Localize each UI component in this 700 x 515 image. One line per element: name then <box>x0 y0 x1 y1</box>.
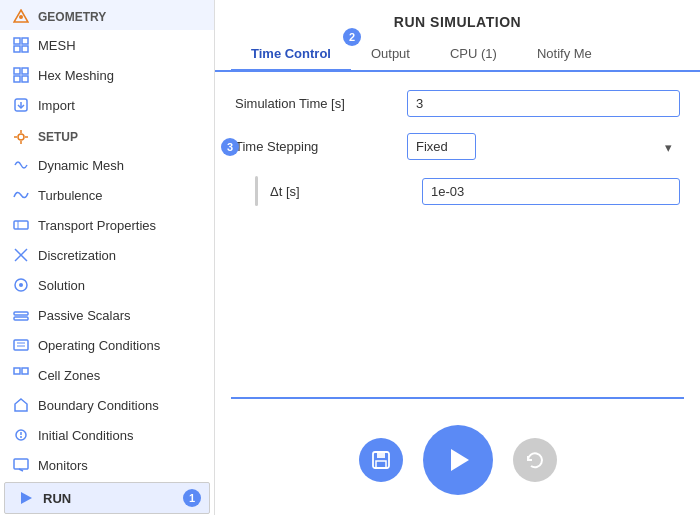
reset-button[interactable] <box>513 438 557 482</box>
sidebar-item-solution[interactable]: Solution <box>0 270 214 300</box>
delta-t-label: Δt [s] <box>270 184 410 199</box>
sidebar-initial-label: Initial Conditions <box>38 428 133 443</box>
turbulence-icon <box>12 186 30 204</box>
svg-point-22 <box>19 283 23 287</box>
simulation-time-input[interactable] <box>407 90 680 117</box>
svg-rect-2 <box>14 38 20 44</box>
sidebar-cell-zones-label: Cell Zones <box>38 368 100 383</box>
sidebar-item-monitors[interactable]: Monitors <box>0 450 214 480</box>
run-icon <box>17 489 35 507</box>
time-stepping-select[interactable]: Fixed Adaptive <box>407 133 476 160</box>
sidebar-transport-label: Transport Properties <box>38 218 156 233</box>
svg-rect-3 <box>22 38 28 44</box>
sidebar-solution-label: Solution <box>38 278 85 293</box>
sidebar-item-operating-conditions[interactable]: Operating Conditions <box>0 330 214 360</box>
svg-point-33 <box>20 436 22 438</box>
dynamic-mesh-icon <box>12 156 30 174</box>
svg-marker-36 <box>21 492 32 504</box>
svg-rect-29 <box>22 368 28 374</box>
time-stepping-label: Time Stepping <box>235 139 395 154</box>
sidebar: GEOMETRY MESH Hex Meshing Import SETUP D… <box>0 0 215 515</box>
form-step-badge: 3 <box>221 138 239 156</box>
section-divider <box>231 397 684 399</box>
setup-icon <box>12 128 30 146</box>
sidebar-section-setup: SETUP <box>0 120 214 150</box>
sidebar-operating-label: Operating Conditions <box>38 338 160 353</box>
sidebar-dynamic-mesh-label: Dynamic Mesh <box>38 158 124 173</box>
svg-rect-38 <box>377 452 385 458</box>
svg-point-1 <box>19 15 23 19</box>
sidebar-discretization-label: Discretization <box>38 248 116 263</box>
sidebar-item-transport[interactable]: Transport Properties <box>0 210 214 240</box>
initial-conditions-icon <box>12 426 30 444</box>
delta-t-input[interactable] <box>422 178 680 205</box>
tab-notify-me[interactable]: Notify Me <box>517 38 612 72</box>
simulation-time-label: Simulation Time [s] <box>235 96 395 111</box>
sidebar-run-label: RUN <box>43 491 71 506</box>
play-button[interactable] <box>423 425 493 495</box>
sidebar-monitors-label: Monitors <box>38 458 88 473</box>
sidebar-item-boundary-conditions[interactable]: Boundary Conditions <box>0 390 214 420</box>
svg-rect-5 <box>22 46 28 52</box>
svg-rect-23 <box>14 312 28 315</box>
sidebar-item-initial-conditions[interactable]: Initial Conditions <box>0 420 214 450</box>
time-stepping-select-wrapper: Fixed Adaptive <box>407 133 680 160</box>
svg-rect-28 <box>14 368 20 374</box>
tabs-bar: Time Control 2 Output CPU (1) Notify Me <box>215 38 700 72</box>
svg-marker-30 <box>15 399 27 411</box>
tab-time-control-label: Time Control <box>251 46 331 61</box>
svg-rect-8 <box>14 76 20 82</box>
svg-rect-34 <box>14 459 28 469</box>
import-icon <box>12 96 30 114</box>
svg-rect-7 <box>22 68 28 74</box>
solution-icon <box>12 276 30 294</box>
sidebar-passive-scalars-label: Passive Scalars <box>38 308 130 323</box>
tab-output[interactable]: Output <box>351 38 430 72</box>
monitors-icon <box>12 456 30 474</box>
main-content: RUN SIMULATION Time Control 2 Output CPU… <box>215 0 700 515</box>
boundary-conditions-icon <box>12 396 30 414</box>
run-badge: 1 <box>183 489 201 507</box>
svg-rect-39 <box>376 461 386 468</box>
sidebar-turbulence-label: Turbulence <box>38 188 103 203</box>
sidebar-item-turbulence[interactable]: Turbulence <box>0 180 214 210</box>
sidebar-item-cell-zones[interactable]: Cell Zones <box>0 360 214 390</box>
tab-notify-label: Notify Me <box>537 46 592 61</box>
sidebar-item-discretization[interactable]: Discretization <box>0 240 214 270</box>
sidebar-item-passive-scalars[interactable]: Passive Scalars <box>0 300 214 330</box>
sidebar-boundary-label: Boundary Conditions <box>38 398 159 413</box>
hex-icon <box>12 66 30 84</box>
svg-rect-24 <box>14 317 28 320</box>
mesh-icon <box>12 36 30 54</box>
tab-output-label: Output <box>371 46 410 61</box>
delta-t-row: Δt [s] <box>235 176 680 206</box>
svg-rect-6 <box>14 68 20 74</box>
sidebar-section-geometry: GEOMETRY <box>0 0 214 30</box>
geometry-icon <box>12 8 30 26</box>
sidebar-item-dynamic-mesh[interactable]: Dynamic Mesh <box>0 150 214 180</box>
passive-scalars-icon <box>12 306 30 324</box>
svg-rect-17 <box>14 221 28 229</box>
transport-icon <box>12 216 30 234</box>
tab-time-control[interactable]: Time Control <box>231 38 351 72</box>
svg-rect-4 <box>14 46 20 52</box>
sidebar-item-run[interactable]: RUN 1 <box>4 482 210 514</box>
svg-point-12 <box>18 134 24 140</box>
sidebar-item-import[interactable]: Import <box>0 90 214 120</box>
tab-cpu[interactable]: CPU (1) <box>430 38 517 72</box>
page-title: RUN SIMULATION <box>215 0 700 38</box>
sidebar-import-label: Import <box>38 98 75 113</box>
sidebar-mesh-label: MESH <box>38 38 76 53</box>
svg-rect-25 <box>14 340 28 350</box>
indent-bar <box>255 176 258 206</box>
sidebar-hex-meshing-label: Hex Meshing <box>38 68 114 83</box>
cell-zones-icon <box>12 366 30 384</box>
operating-conditions-icon <box>12 336 30 354</box>
sidebar-item-mesh[interactable]: MESH <box>0 30 214 60</box>
save-button[interactable] <box>359 438 403 482</box>
time-stepping-row: 3 Time Stepping Fixed Adaptive <box>235 133 680 160</box>
discretization-icon <box>12 246 30 264</box>
tab-cpu-label: CPU (1) <box>450 46 497 61</box>
form-area: Simulation Time [s] 3 Time Stepping Fixe… <box>215 72 700 387</box>
sidebar-item-hex-meshing[interactable]: Hex Meshing <box>0 60 214 90</box>
